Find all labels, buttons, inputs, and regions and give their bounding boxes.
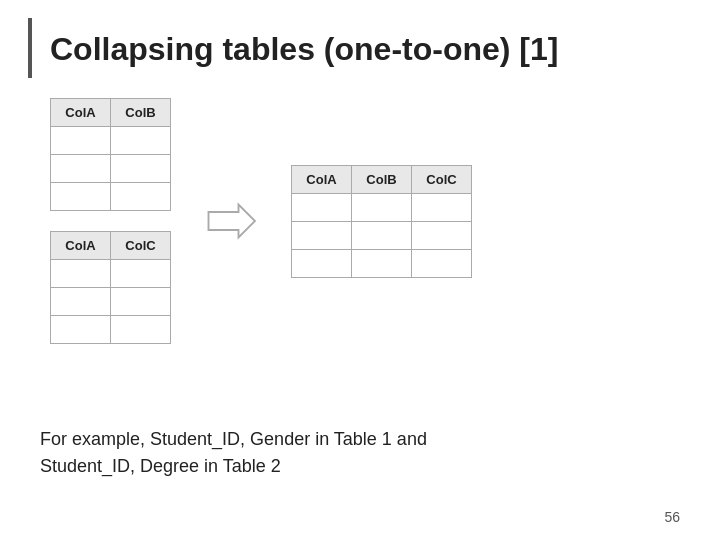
left-bar-decoration [28,18,32,78]
table-row [292,249,472,277]
result-header-cola: ColA [292,165,352,193]
body-text: For example, Student_ID, Gender in Table… [40,426,680,480]
table-row [51,288,171,316]
table-row [292,221,472,249]
body-text-line1: For example, Student_ID, Gender in Table… [40,426,680,453]
svg-marker-0 [209,205,256,238]
table-row [51,155,171,183]
page-number: 56 [664,509,680,525]
table-row [292,193,472,221]
slide-title: Collapsing tables (one-to-one) [1] [50,30,680,68]
result-header-colb: ColB [352,165,412,193]
result-header-colc: ColC [412,165,472,193]
table2-header-colc: ColC [111,232,171,260]
table-row [51,127,171,155]
arrow-container [201,196,261,246]
table-row [51,260,171,288]
table-row [51,183,171,211]
table-row [51,316,171,344]
table2-header-cola: ColA [51,232,111,260]
table1-header-cola: ColA [51,99,111,127]
source-tables: ColA ColB ColA ColC [50,98,171,344]
result-table: ColA ColB ColC [291,165,472,278]
body-text-line2: Student_ID, Degree in Table 2 [40,453,680,480]
slide-container: Collapsing tables (one-to-one) [1] ColA … [0,0,720,540]
content-area: ColA ColB ColA ColC [50,98,680,344]
table2: ColA ColC [50,231,171,344]
table1-header-colb: ColB [111,99,171,127]
table1: ColA ColB [50,98,171,211]
right-arrow-icon [201,196,261,246]
